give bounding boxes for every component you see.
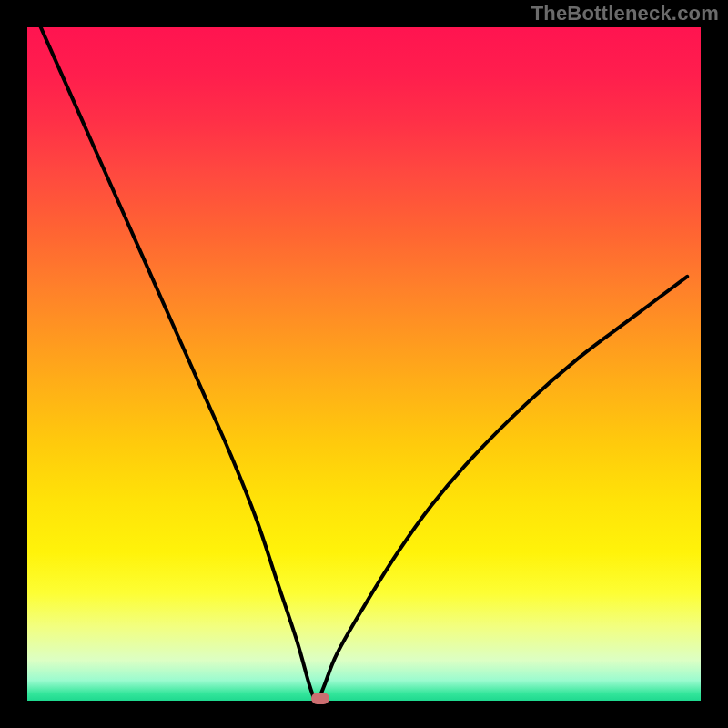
bottleneck-curve [41,27,687,701]
optimum-marker [311,693,329,704]
plot-area [27,27,701,701]
curve-svg [27,27,701,701]
watermark-text: TheBottleneck.com [531,2,719,25]
chart-frame: TheBottleneck.com [0,0,728,728]
